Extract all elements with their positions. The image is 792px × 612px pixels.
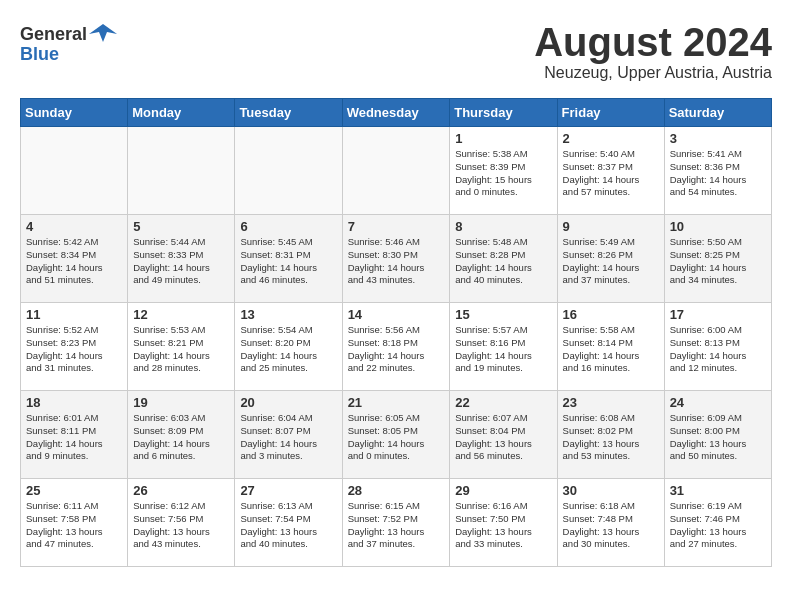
- day-info: Sunrise: 6:00 AMSunset: 8:13 PMDaylight:…: [670, 324, 747, 373]
- day-number: 7: [348, 219, 445, 234]
- calendar-cell: [128, 127, 235, 215]
- calendar-cell: 21Sunrise: 6:05 AMSunset: 8:05 PMDayligh…: [342, 391, 450, 479]
- logo-bird-icon: [89, 20, 117, 48]
- day-number: 20: [240, 395, 336, 410]
- calendar-cell: 28Sunrise: 6:15 AMSunset: 7:52 PMDayligh…: [342, 479, 450, 567]
- calendar-cell: 8Sunrise: 5:48 AMSunset: 8:28 PMDaylight…: [450, 215, 557, 303]
- day-info: Sunrise: 5:46 AMSunset: 8:30 PMDaylight:…: [348, 236, 425, 285]
- calendar-cell: 14Sunrise: 5:56 AMSunset: 8:18 PMDayligh…: [342, 303, 450, 391]
- calendar-week-row: 4Sunrise: 5:42 AMSunset: 8:34 PMDaylight…: [21, 215, 772, 303]
- calendar-week-row: 25Sunrise: 6:11 AMSunset: 7:58 PMDayligh…: [21, 479, 772, 567]
- day-info: Sunrise: 5:38 AMSunset: 8:39 PMDaylight:…: [455, 148, 532, 197]
- calendar-week-row: 11Sunrise: 5:52 AMSunset: 8:23 PMDayligh…: [21, 303, 772, 391]
- calendar-cell: 13Sunrise: 5:54 AMSunset: 8:20 PMDayligh…: [235, 303, 342, 391]
- calendar-cell: 26Sunrise: 6:12 AMSunset: 7:56 PMDayligh…: [128, 479, 235, 567]
- day-number: 2: [563, 131, 659, 146]
- calendar-table: SundayMondayTuesdayWednesdayThursdayFrid…: [20, 98, 772, 567]
- month-title: August 2024: [534, 20, 772, 64]
- day-number: 12: [133, 307, 229, 322]
- day-info: Sunrise: 6:09 AMSunset: 8:00 PMDaylight:…: [670, 412, 747, 461]
- day-number: 10: [670, 219, 766, 234]
- day-info: Sunrise: 5:45 AMSunset: 8:31 PMDaylight:…: [240, 236, 317, 285]
- calendar-cell: 25Sunrise: 6:11 AMSunset: 7:58 PMDayligh…: [21, 479, 128, 567]
- day-of-week-header: Friday: [557, 99, 664, 127]
- logo: General Blue: [20, 20, 117, 65]
- day-info: Sunrise: 5:56 AMSunset: 8:18 PMDaylight:…: [348, 324, 425, 373]
- day-number: 6: [240, 219, 336, 234]
- day-info: Sunrise: 6:18 AMSunset: 7:48 PMDaylight:…: [563, 500, 640, 549]
- day-info: Sunrise: 5:41 AMSunset: 8:36 PMDaylight:…: [670, 148, 747, 197]
- day-info: Sunrise: 6:11 AMSunset: 7:58 PMDaylight:…: [26, 500, 103, 549]
- day-info: Sunrise: 5:57 AMSunset: 8:16 PMDaylight:…: [455, 324, 532, 373]
- calendar-cell: 20Sunrise: 6:04 AMSunset: 8:07 PMDayligh…: [235, 391, 342, 479]
- day-number: 28: [348, 483, 445, 498]
- day-info: Sunrise: 6:15 AMSunset: 7:52 PMDaylight:…: [348, 500, 425, 549]
- day-info: Sunrise: 5:58 AMSunset: 8:14 PMDaylight:…: [563, 324, 640, 373]
- calendar-cell: 27Sunrise: 6:13 AMSunset: 7:54 PMDayligh…: [235, 479, 342, 567]
- day-number: 11: [26, 307, 122, 322]
- day-info: Sunrise: 6:07 AMSunset: 8:04 PMDaylight:…: [455, 412, 532, 461]
- day-info: Sunrise: 6:08 AMSunset: 8:02 PMDaylight:…: [563, 412, 640, 461]
- day-info: Sunrise: 6:12 AMSunset: 7:56 PMDaylight:…: [133, 500, 210, 549]
- calendar-cell: 6Sunrise: 5:45 AMSunset: 8:31 PMDaylight…: [235, 215, 342, 303]
- calendar-cell: 11Sunrise: 5:52 AMSunset: 8:23 PMDayligh…: [21, 303, 128, 391]
- day-info: Sunrise: 5:48 AMSunset: 8:28 PMDaylight:…: [455, 236, 532, 285]
- day-info: Sunrise: 5:40 AMSunset: 8:37 PMDaylight:…: [563, 148, 640, 197]
- title-block: August 2024 Neuzeug, Upper Austria, Aust…: [534, 20, 772, 82]
- day-of-week-header: Wednesday: [342, 99, 450, 127]
- day-number: 5: [133, 219, 229, 234]
- day-info: Sunrise: 5:50 AMSunset: 8:25 PMDaylight:…: [670, 236, 747, 285]
- day-number: 3: [670, 131, 766, 146]
- day-number: 16: [563, 307, 659, 322]
- calendar-cell: 22Sunrise: 6:07 AMSunset: 8:04 PMDayligh…: [450, 391, 557, 479]
- day-number: 13: [240, 307, 336, 322]
- day-number: 22: [455, 395, 551, 410]
- day-of-week-header: Sunday: [21, 99, 128, 127]
- day-of-week-header: Saturday: [664, 99, 771, 127]
- day-number: 23: [563, 395, 659, 410]
- day-number: 19: [133, 395, 229, 410]
- calendar-cell: [235, 127, 342, 215]
- calendar-cell: 10Sunrise: 5:50 AMSunset: 8:25 PMDayligh…: [664, 215, 771, 303]
- calendar-cell: 24Sunrise: 6:09 AMSunset: 8:00 PMDayligh…: [664, 391, 771, 479]
- calendar-cell: 3Sunrise: 5:41 AMSunset: 8:36 PMDaylight…: [664, 127, 771, 215]
- calendar-cell: 17Sunrise: 6:00 AMSunset: 8:13 PMDayligh…: [664, 303, 771, 391]
- svg-marker-0: [89, 24, 117, 42]
- day-info: Sunrise: 5:52 AMSunset: 8:23 PMDaylight:…: [26, 324, 103, 373]
- calendar-cell: 9Sunrise: 5:49 AMSunset: 8:26 PMDaylight…: [557, 215, 664, 303]
- day-number: 31: [670, 483, 766, 498]
- day-info: Sunrise: 5:49 AMSunset: 8:26 PMDaylight:…: [563, 236, 640, 285]
- day-number: 18: [26, 395, 122, 410]
- day-info: Sunrise: 5:42 AMSunset: 8:34 PMDaylight:…: [26, 236, 103, 285]
- day-number: 15: [455, 307, 551, 322]
- day-number: 1: [455, 131, 551, 146]
- logo-blue: Blue: [20, 44, 59, 65]
- calendar-week-row: 1Sunrise: 5:38 AMSunset: 8:39 PMDaylight…: [21, 127, 772, 215]
- day-number: 30: [563, 483, 659, 498]
- calendar-cell: 16Sunrise: 5:58 AMSunset: 8:14 PMDayligh…: [557, 303, 664, 391]
- calendar-cell: 29Sunrise: 6:16 AMSunset: 7:50 PMDayligh…: [450, 479, 557, 567]
- calendar-cell: 19Sunrise: 6:03 AMSunset: 8:09 PMDayligh…: [128, 391, 235, 479]
- day-info: Sunrise: 6:19 AMSunset: 7:46 PMDaylight:…: [670, 500, 747, 549]
- day-of-week-header: Tuesday: [235, 99, 342, 127]
- calendar-cell: 31Sunrise: 6:19 AMSunset: 7:46 PMDayligh…: [664, 479, 771, 567]
- calendar-cell: 15Sunrise: 5:57 AMSunset: 8:16 PMDayligh…: [450, 303, 557, 391]
- day-number: 8: [455, 219, 551, 234]
- calendar-week-row: 18Sunrise: 6:01 AMSunset: 8:11 PMDayligh…: [21, 391, 772, 479]
- day-number: 9: [563, 219, 659, 234]
- day-info: Sunrise: 6:05 AMSunset: 8:05 PMDaylight:…: [348, 412, 425, 461]
- calendar-cell: 1Sunrise: 5:38 AMSunset: 8:39 PMDaylight…: [450, 127, 557, 215]
- day-info: Sunrise: 5:44 AMSunset: 8:33 PMDaylight:…: [133, 236, 210, 285]
- calendar-cell: 18Sunrise: 6:01 AMSunset: 8:11 PMDayligh…: [21, 391, 128, 479]
- day-number: 17: [670, 307, 766, 322]
- day-number: 29: [455, 483, 551, 498]
- day-info: Sunrise: 6:01 AMSunset: 8:11 PMDaylight:…: [26, 412, 103, 461]
- calendar-cell: 5Sunrise: 5:44 AMSunset: 8:33 PMDaylight…: [128, 215, 235, 303]
- calendar-cell: 23Sunrise: 6:08 AMSunset: 8:02 PMDayligh…: [557, 391, 664, 479]
- day-of-week-header: Thursday: [450, 99, 557, 127]
- calendar-cell: 30Sunrise: 6:18 AMSunset: 7:48 PMDayligh…: [557, 479, 664, 567]
- day-info: Sunrise: 5:53 AMSunset: 8:21 PMDaylight:…: [133, 324, 210, 373]
- calendar-cell: 12Sunrise: 5:53 AMSunset: 8:21 PMDayligh…: [128, 303, 235, 391]
- logo-general: General: [20, 24, 87, 45]
- calendar-cell: 2Sunrise: 5:40 AMSunset: 8:37 PMDaylight…: [557, 127, 664, 215]
